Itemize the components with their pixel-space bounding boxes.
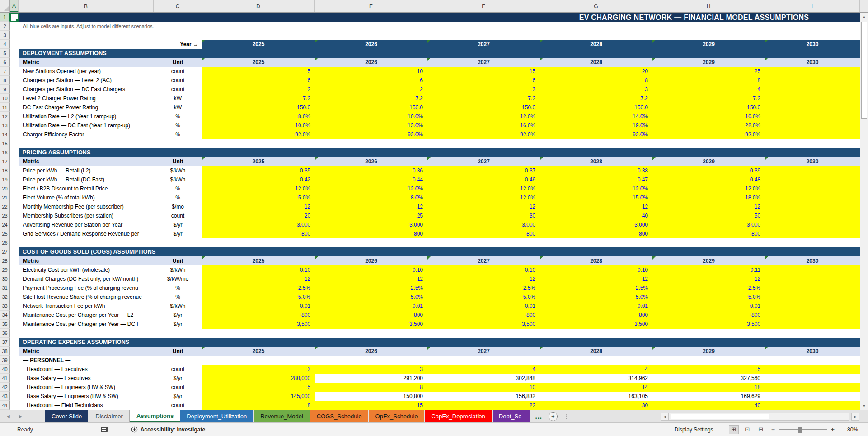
unit-cell-C13[interactable]: %	[154, 121, 202, 130]
value-cell-E21[interactable]: 8.0%	[315, 193, 427, 202]
value-cell-D25[interactable]: 800	[202, 229, 315, 238]
cell-A8[interactable]	[10, 76, 19, 85]
scroll-left-arrow-icon[interactable]: ◀	[661, 413, 669, 421]
sheet-tab-capex-depreciation[interactable]: CapEx_Depreciation	[425, 410, 492, 422]
value-cell-E14[interactable]: 92.0%	[315, 130, 427, 139]
value-cell-D20[interactable]: 12.0%	[202, 184, 315, 193]
row-header-3[interactable]: 3	[0, 31, 10, 40]
value-cell-F34[interactable]: 800	[427, 311, 540, 320]
metric-label-cell-B22[interactable]: Monthly Membership Fee (per subscriber)	[19, 202, 154, 211]
value-cell-E41[interactable]: 291,200	[315, 374, 427, 383]
vertical-scrollbar[interactable]: ▲ ▼	[860, 13, 868, 410]
value-cell-G12[interactable]: 14.0%	[540, 112, 652, 121]
value-cell-E44[interactable]: 15	[315, 401, 427, 410]
metric-column-header[interactable]: Metric	[19, 157, 154, 166]
value-cell-D23[interactable]: 20	[202, 211, 315, 220]
column-header-A[interactable]: A	[10, 0, 19, 12]
value-cell-I39[interactable]	[765, 356, 860, 365]
row-header-10[interactable]: 10	[0, 94, 10, 103]
year-subheader-cell-G38[interactable]: 2028	[540, 347, 652, 356]
year-subheader-cell-I38[interactable]: 2030	[765, 347, 860, 356]
section-header-5[interactable]: DEPLOYMENT ASSUMPTIONS	[19, 49, 868, 58]
blank-row-cells[interactable]	[10, 238, 868, 247]
year-subheader-cell-H17[interactable]: 2029	[652, 157, 765, 166]
value-cell-H40[interactable]: 5	[652, 365, 765, 374]
cell-A41[interactable]	[10, 374, 19, 383]
row-header-9[interactable]: 9	[0, 85, 10, 94]
value-cell-I21[interactable]	[765, 193, 860, 202]
value-cell-I11[interactable]	[765, 103, 860, 112]
row-header-26[interactable]: 26	[0, 238, 10, 247]
section-header-27[interactable]: COST OF GOODS SOLD (COGS) ASSUMPTIONS	[19, 247, 868, 256]
blank-row-cells[interactable]	[10, 31, 868, 40]
normal-view-icon[interactable]: ⊞	[729, 425, 739, 434]
value-cell-E25[interactable]: 800	[315, 229, 427, 238]
metric-label-cell-B41[interactable]: Base Salary — Executives	[19, 374, 154, 383]
row-header-44[interactable]: 44	[0, 401, 10, 410]
row-header-32[interactable]: 32	[0, 292, 10, 301]
value-cell-F11[interactable]: 150.0	[427, 103, 540, 112]
cell-A28[interactable]	[10, 256, 19, 265]
value-cell-I34[interactable]	[765, 311, 860, 320]
metric-label-cell-B9[interactable]: Chargers per Station — DC Fast Chargers	[19, 85, 154, 94]
value-cell-H25[interactable]: 800	[652, 229, 765, 238]
year-subheader-cell-G17[interactable]: 2028	[540, 157, 652, 166]
metric-label-cell-B42[interactable]: Headcount — Engineers (HW & SW)	[19, 383, 154, 392]
metric-label-cell-B30[interactable]: Demand Charges (DC Fast only, per kW/mon…	[19, 274, 154, 283]
page-layout-view-icon[interactable]: ⊡	[742, 425, 752, 434]
selected-cell-A1[interactable]	[10, 13, 19, 22]
cell-A21[interactable]	[10, 193, 19, 202]
unit-cell-C31[interactable]: %	[154, 283, 202, 292]
value-cell-F24[interactable]: 3,000	[427, 220, 540, 229]
year-subheader-cell-E38[interactable]: 2026	[315, 347, 427, 356]
value-cell-E42[interactable]: 8	[315, 383, 427, 392]
year-subheader-cell-H38[interactable]: 2029	[652, 347, 765, 356]
year-subheader-cell-D6[interactable]: 2025	[202, 58, 315, 67]
value-cell-F13[interactable]: 16.0%	[427, 121, 540, 130]
cell-A7[interactable]	[10, 67, 19, 76]
zoom-in-button[interactable]: +	[831, 426, 835, 433]
value-cell-H9[interactable]: 4	[652, 85, 765, 94]
value-cell-E35[interactable]: 3,500	[315, 320, 427, 329]
cell-A38[interactable]	[10, 347, 19, 356]
unit-cell-C39[interactable]	[154, 356, 202, 365]
row-header-16[interactable]: 16	[0, 148, 10, 157]
cell-A24[interactable]	[10, 220, 19, 229]
column-header-I[interactable]: I	[765, 0, 860, 12]
sheet-tab-assumptions[interactable]: Assumptions	[130, 410, 180, 422]
year-subheader-cell-E6[interactable]: 2026	[315, 58, 427, 67]
value-cell-E18[interactable]: 0.36	[315, 166, 427, 175]
value-cell-G10[interactable]: 7.2	[540, 94, 652, 103]
next-sheet-arrow-icon[interactable]: ▶	[19, 414, 23, 419]
row-header-14[interactable]: 14	[0, 130, 10, 139]
value-cell-F43[interactable]: 156,832	[427, 392, 540, 401]
value-cell-D43[interactable]: 145,000	[202, 392, 315, 401]
value-cell-D40[interactable]: 3	[202, 365, 315, 374]
value-cell-E8[interactable]: 6	[315, 76, 427, 85]
value-cell-E22[interactable]: 12	[315, 202, 427, 211]
metric-label-cell-B29[interactable]: Electricity Cost per kWh (wholesale)	[19, 265, 154, 274]
value-cell-G41[interactable]: 314,962	[540, 374, 652, 383]
zoom-slider-thumb[interactable]	[798, 427, 802, 433]
metric-label-cell-B10[interactable]: Level 2 Charger Power Rating	[19, 94, 154, 103]
value-cell-H14[interactable]: 92.0%	[652, 130, 765, 139]
metric-label-cell-B12[interactable]: Utilization Rate — L2 (Year 1 ramp-up)	[19, 112, 154, 121]
column-header-B[interactable]: B	[19, 0, 154, 12]
unit-cell-C33[interactable]: $/kWh	[154, 301, 202, 311]
cell-A39[interactable]	[10, 356, 19, 365]
value-cell-D42[interactable]: 5	[202, 383, 315, 392]
value-cell-I23[interactable]	[765, 211, 860, 220]
year-subheader-cell-I28[interactable]: 2030	[765, 256, 860, 265]
value-cell-H20[interactable]: 12.0%	[652, 184, 765, 193]
metric-label-cell-B43[interactable]: Base Salary — Engineers (HW & SW)	[19, 392, 154, 401]
value-cell-H31[interactable]: 2.5%	[652, 283, 765, 292]
display-settings-button[interactable]: Display Settings	[675, 427, 713, 433]
value-cell-F9[interactable]: 3	[427, 85, 540, 94]
value-cell-G42[interactable]: 14	[540, 383, 652, 392]
accessibility-status[interactable]: Accessibility: Investigate	[131, 426, 205, 433]
metric-label-cell-B11[interactable]: DC Fast Charger Power Rating	[19, 103, 154, 112]
row-header-21[interactable]: 21	[0, 193, 10, 202]
value-cell-H34[interactable]: 800	[652, 311, 765, 320]
zoom-slider[interactable]	[779, 429, 827, 430]
value-cell-H10[interactable]: 7.2	[652, 94, 765, 103]
